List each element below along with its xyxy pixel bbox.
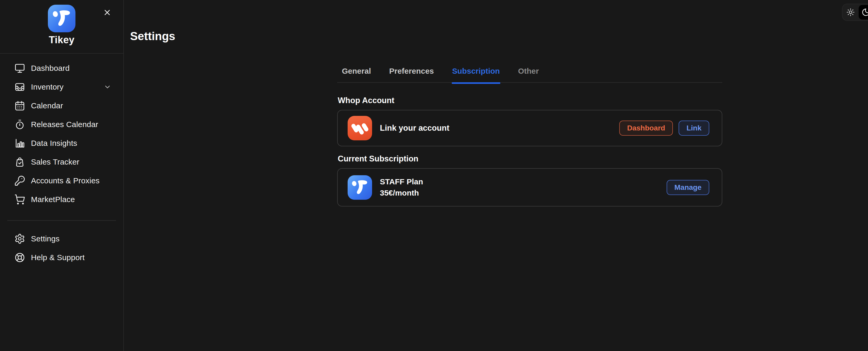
tikey-logo	[48, 5, 75, 32]
whop-logo	[348, 116, 372, 140]
current-subscription-card: STAFF Plan 35€/month Manage	[337, 168, 722, 206]
sidebar-item-marketplace[interactable]: MarketPlace	[0, 190, 123, 209]
sidebar: Tikey Dashboard Inventory Calendar Relea…	[0, 0, 124, 351]
tab-preferences[interactable]: Preferences	[389, 67, 434, 76]
sidebar-item-calendar[interactable]: Calendar	[0, 96, 123, 115]
tab-other[interactable]: Other	[518, 67, 539, 76]
sidebar-item-sales-tracker[interactable]: Sales Tracker	[0, 153, 123, 171]
light-mode-button[interactable]	[843, 5, 858, 20]
sidebar-item-dashboard[interactable]: Dashboard	[0, 59, 123, 78]
sun-icon	[846, 8, 855, 17]
sidebar-footer-menu: Settings Help & Support	[0, 221, 123, 267]
sidebar-header: Tikey	[0, 0, 123, 54]
bag-check-icon	[14, 156, 25, 168]
gear-icon	[14, 233, 25, 244]
plan-name: STAFF Plan	[380, 177, 423, 186]
settings-content: GeneralPreferencesSubscriptionOther Whop…	[337, 67, 722, 206]
calendar-icon	[14, 100, 25, 111]
whop-link-button[interactable]: Link	[679, 121, 709, 136]
cart-icon	[14, 194, 25, 205]
tab-subscription[interactable]: Subscription	[452, 67, 500, 76]
subscription-section-heading: Current Subscription	[338, 154, 722, 164]
sidebar-menu: Dashboard Inventory Calendar Releases Ca…	[0, 54, 123, 209]
tikey-logo-glyph	[48, 5, 75, 32]
dark-mode-button[interactable]	[859, 5, 868, 20]
plan-price: 35€/month	[380, 188, 423, 197]
plan-info: STAFF Plan 35€/month	[380, 177, 423, 197]
life-buoy-icon	[14, 252, 25, 263]
tikey-plan-logo-glyph	[348, 175, 372, 200]
sidebar-item-inventory[interactable]: Inventory	[0, 78, 123, 96]
manage-subscription-button[interactable]: Manage	[666, 180, 709, 195]
whop-logo-glyph	[348, 116, 372, 140]
whop-dashboard-button[interactable]: Dashboard	[619, 121, 673, 136]
close-sidebar-button[interactable]	[102, 7, 113, 18]
monitor-icon	[14, 63, 25, 74]
sidebar-item-accounts-proxies[interactable]: Accounts & Proxies	[0, 171, 123, 190]
link-account-label: Link your account	[380, 123, 450, 133]
sidebar-item-releases-calendar[interactable]: Releases Calendar	[0, 115, 123, 134]
sidebar-item-settings[interactable]: Settings	[0, 229, 123, 248]
bar-chart-icon	[14, 138, 25, 149]
key-icon	[14, 175, 25, 186]
whop-account-card: Link your account Dashboard Link	[337, 110, 722, 146]
stopwatch-icon	[14, 119, 25, 130]
page-title: Settings	[130, 30, 175, 43]
whop-section-heading: Whop Account	[338, 96, 722, 105]
whop-card-actions: Dashboard Link	[619, 121, 709, 136]
chevron-down-icon	[103, 83, 111, 91]
sidebar-item-data-insights[interactable]: Data Insights	[0, 134, 123, 153]
moon-icon	[862, 8, 868, 17]
close-icon	[103, 8, 112, 17]
inventory-icon	[14, 82, 25, 92]
tikey-plan-logo	[348, 175, 372, 200]
tabs: GeneralPreferencesSubscriptionOther	[337, 67, 722, 83]
sidebar-item-help-support[interactable]: Help & Support	[0, 248, 123, 267]
tab-general[interactable]: General	[342, 67, 371, 76]
theme-toggle	[842, 4, 868, 21]
app-title: Tikey	[49, 34, 75, 46]
